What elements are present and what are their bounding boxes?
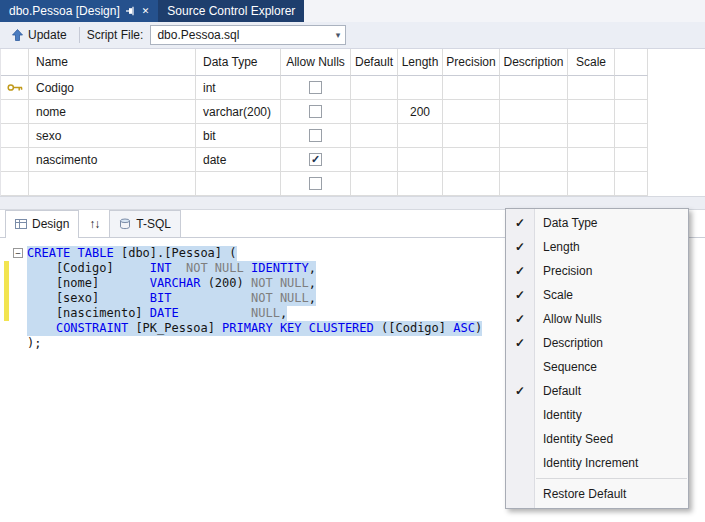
designer-toolbar: Update Script File: dbo.Pessoa.sql ▾ (0, 22, 705, 49)
columns-grid: NameData TypeAllow NullsDefaultLengthPre… (0, 49, 648, 196)
column-header-allow-nulls[interactable]: Allow Nulls (281, 49, 351, 76)
collapse-region-icon[interactable]: − (13, 248, 23, 258)
cell-scale[interactable] (568, 172, 615, 196)
cell-precision[interactable] (443, 172, 500, 196)
allow-nulls-checkbox[interactable] (309, 129, 322, 142)
column-header-length[interactable]: Length (398, 49, 443, 76)
update-button[interactable]: Update (7, 26, 72, 44)
tab-tsql[interactable]: T-SQL (109, 210, 181, 237)
check-icon: ✓ (506, 264, 534, 278)
cell-precision[interactable] (443, 124, 500, 148)
script-file-combobox[interactable]: dbo.Pessoa.sql ▾ (150, 25, 346, 45)
cell-name[interactable]: nascimento (29, 148, 196, 172)
allow-nulls-checkbox[interactable] (309, 177, 322, 190)
row-indicator[interactable] (1, 148, 29, 172)
pin-icon[interactable] (126, 6, 136, 16)
cell-length[interactable]: 200 (398, 100, 443, 124)
cell-name[interactable]: sexo (29, 124, 196, 148)
menu-item-precision[interactable]: ✓Precision (506, 259, 688, 283)
grid-filler-cell (615, 172, 648, 196)
cell-description[interactable] (500, 172, 568, 196)
cell-data_type[interactable]: int (196, 76, 281, 100)
cell-description[interactable] (500, 100, 568, 124)
column-header-default[interactable]: Default (351, 49, 398, 76)
document-tab-strip: dbo.Pessoa [Design] ✕ Source Control Exp… (0, 0, 705, 22)
menu-item-identity[interactable]: Identity (506, 403, 688, 427)
cell-scale[interactable] (568, 148, 615, 172)
combobox-value: dbo.Pessoa.sql (151, 28, 330, 42)
menu-item-length[interactable]: ✓Length (506, 235, 688, 259)
row-indicator[interactable] (1, 124, 29, 148)
cell-scale[interactable] (568, 124, 615, 148)
tab-dbo-pessoa-design[interactable]: dbo.Pessoa [Design] ✕ (0, 0, 158, 22)
allow-nulls-checkbox[interactable] (309, 105, 322, 118)
cell-data_type[interactable]: varchar(200) (196, 100, 281, 124)
primary-key-indicator[interactable] (1, 76, 29, 100)
cell-default[interactable] (351, 172, 398, 196)
allow-nulls-checkbox[interactable] (309, 81, 322, 94)
code-text: ); (27, 336, 41, 351)
cell-length[interactable] (398, 76, 443, 100)
column-header-data-type[interactable]: Data Type (196, 49, 281, 76)
menu-item-data-type[interactable]: ✓Data Type (506, 211, 688, 235)
cell-scale[interactable] (568, 100, 615, 124)
cell-name[interactable]: nome (29, 100, 196, 124)
menu-item-scale[interactable]: ✓Scale (506, 283, 688, 307)
cell-allow-nulls (281, 76, 351, 100)
cell-default[interactable] (351, 76, 398, 100)
cell-length[interactable] (398, 148, 443, 172)
close-icon[interactable]: ✕ (142, 7, 150, 16)
column-header-precision[interactable]: Precision (443, 49, 500, 76)
allow-nulls-checkbox[interactable]: ✓ (309, 153, 322, 166)
cell-scale[interactable] (568, 76, 615, 100)
check-icon: ✓ (506, 288, 534, 302)
check-icon: ✓ (506, 336, 534, 350)
table-row: Codigoint (1, 76, 648, 100)
tab-tsql-label: T-SQL (136, 217, 171, 231)
column-header-scale[interactable]: Scale (568, 49, 615, 76)
cell-precision[interactable] (443, 76, 500, 100)
change-tracking-bar (4, 306, 9, 321)
tsql-database-icon (119, 218, 131, 230)
cell-precision[interactable] (443, 148, 500, 172)
tab-source-control-explorer[interactable]: Source Control Explorer (158, 0, 304, 22)
cell-default[interactable] (351, 100, 398, 124)
code-text: CREATE TABLE [dbo].[Pessoa] ( (27, 246, 237, 261)
cell-description[interactable] (500, 148, 568, 172)
column-header-name[interactable]: Name (29, 49, 196, 76)
menu-item-description[interactable]: ✓Description (506, 331, 688, 355)
cell-name[interactable] (29, 172, 196, 196)
cell-name[interactable]: Codigo (29, 76, 196, 100)
check-icon: ✓ (506, 312, 534, 326)
menu-item-restore-default[interactable]: Restore Default (506, 482, 688, 506)
menu-item-allow-nulls[interactable]: ✓Allow Nulls (506, 307, 688, 331)
cell-length[interactable] (398, 124, 443, 148)
cell-default[interactable] (351, 124, 398, 148)
row-indicator[interactable] (1, 100, 29, 124)
menu-item-default[interactable]: ✓Default (506, 379, 688, 403)
grid-header-row: NameData TypeAllow NullsDefaultLengthPre… (1, 49, 648, 76)
cell-description[interactable] (500, 124, 568, 148)
column-header-description[interactable]: Description (500, 49, 568, 76)
cell-precision[interactable] (443, 100, 500, 124)
cell-data_type[interactable]: bit (196, 124, 281, 148)
change-tracking-bar (4, 261, 9, 276)
table-row: nascimentodate✓ (1, 148, 648, 172)
menu-item-sequence[interactable]: Sequence (506, 355, 688, 379)
cell-description[interactable] (500, 76, 568, 100)
row-indicator-header (1, 49, 29, 76)
cell-length[interactable] (398, 172, 443, 196)
cell-data_type[interactable] (196, 172, 281, 196)
code-text: [Codigo] INT NOT NULL IDENTITY, (27, 261, 316, 276)
menu-item-identity-increment[interactable]: Identity Increment (506, 451, 688, 475)
cell-default[interactable] (351, 148, 398, 172)
menu-item-identity-seed[interactable]: Identity Seed (506, 427, 688, 451)
chevron-down-icon[interactable]: ▾ (330, 30, 345, 40)
grid-filler-cell (615, 124, 648, 148)
cell-allow-nulls: ✓ (281, 148, 351, 172)
row-indicator[interactable] (1, 172, 29, 196)
swap-panes-button[interactable]: ↑↓ (82, 211, 106, 237)
tab-design[interactable]: Design (5, 210, 79, 237)
code-text: [nome] VARCHAR (200) NOT NULL, (27, 276, 316, 291)
cell-data_type[interactable]: date (196, 148, 281, 172)
